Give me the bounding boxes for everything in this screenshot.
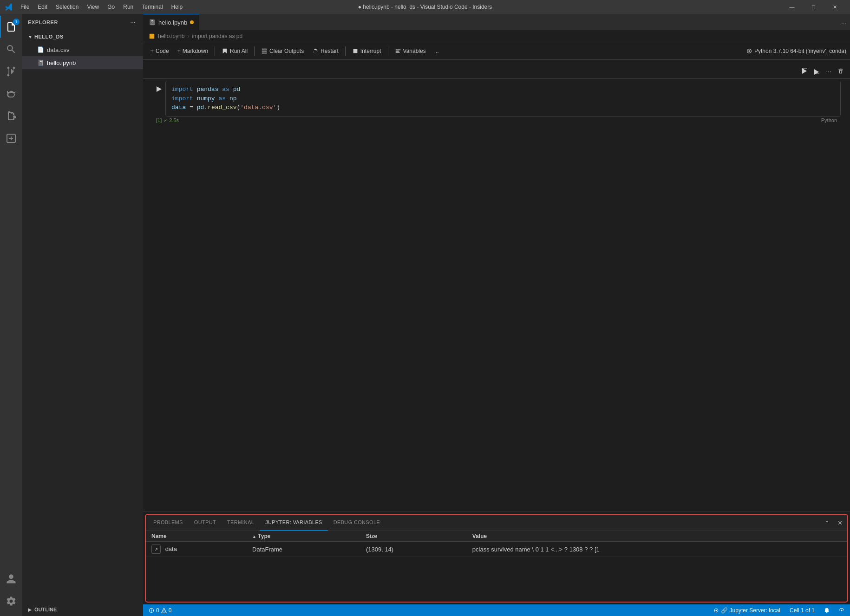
code-line-2: import numpy as np <box>171 94 835 104</box>
trash-icon <box>837 68 844 74</box>
panel-close-button[interactable]: ✕ <box>834 517 845 528</box>
run-below-cells-button[interactable] <box>811 65 822 77</box>
cell-status-row: [1] ✓ 2.5s Python <box>152 117 841 124</box>
panel-collapse-button[interactable]: ⌃ <box>821 517 832 528</box>
breadcrumb-item-code[interactable]: import pandas as pd <box>192 33 242 39</box>
toolbar-more-button[interactable]: ... <box>431 46 443 56</box>
activity-bar: 1 <box>0 14 22 616</box>
panel-tab-output[interactable]: OUTPUT <box>189 515 222 531</box>
activity-item-search[interactable] <box>0 38 22 60</box>
delete-cell-button[interactable] <box>835 65 846 77</box>
file-item-data-csv[interactable]: 📄 data.csv <box>22 43 143 56</box>
activity-item-explorer[interactable]: 1 <box>0 16 22 38</box>
main-layout: 1 <box>0 14 850 616</box>
activity-item-source-control[interactable] <box>0 60 22 83</box>
variables-icon <box>395 48 401 54</box>
table-header-row: Name ▲ Type Size Value <box>146 531 847 542</box>
panel-tab-problems[interactable]: PROBLEMS <box>148 515 189 531</box>
tab-label: hello.ipynb <box>158 19 187 26</box>
folder-item-hello-ds[interactable]: ▼ HELLO_DS <box>22 30 143 43</box>
menu-run[interactable]: Run <box>119 3 137 11</box>
breadcrumb-item-file[interactable]: hello.ipynb <box>158 33 184 39</box>
panel-tab-terminal[interactable]: TERMINAL <box>222 515 260 531</box>
menu-edit[interactable]: Edit <box>34 3 51 11</box>
account-icon <box>6 573 17 584</box>
variables-button[interactable]: Variables <box>391 46 430 56</box>
variable-size-cell: (1309, 14) <box>360 542 467 557</box>
variable-name-value: data <box>165 545 177 552</box>
value-col-label: Value <box>472 533 487 539</box>
restart-button[interactable]: Restart <box>308 46 342 56</box>
col-name-header[interactable]: Name <box>146 531 247 542</box>
svg-rect-8 <box>262 52 267 53</box>
titlebar-controls[interactable]: — ⎕ ✕ <box>781 0 845 14</box>
sidebar: Explorer ··· ▼ HELLO_DS 📄 data.csv 📓 hel… <box>22 14 143 616</box>
code-editor[interactable]: import pandas as pd import numpy as np d… <box>166 81 840 116</box>
run-cell-button[interactable] <box>152 83 165 96</box>
file-item-hello-ipynb[interactable]: 📓 hello.ipynb <box>22 56 143 69</box>
run-above-cells-button[interactable] <box>799 65 810 77</box>
window-title: ● hello.ipynb - hello_ds - Visual Studio… <box>358 4 492 10</box>
cell-position[interactable]: Cell 1 of 1 <box>788 604 817 616</box>
add-code-button[interactable]: + Code <box>147 46 173 56</box>
tabs-more-button[interactable]: ... <box>837 14 850 30</box>
folder-chevron-down-icon: ▼ <box>28 34 33 39</box>
warnings-count: 0 <box>169 607 172 614</box>
jupyter-variables-panel-highlight: PROBLEMS OUTPUT TERMINAL JUPYTER: VARIAB… <box>145 514 848 603</box>
menu-terminal[interactable]: Terminal <box>138 3 166 11</box>
explorer-badge: 1 <box>13 19 20 25</box>
run-all-label: Run All <box>230 48 248 54</box>
add-markdown-button[interactable]: + Markdown <box>174 46 212 56</box>
kernel-selector[interactable]: Python 3.7.10 64-bit ('myenv': conda) <box>746 48 846 54</box>
status-errors-warnings[interactable]: 0 0 <box>147 604 173 616</box>
sidebar-outline[interactable]: ▶ OUTLINE <box>22 603 143 616</box>
close-button[interactable]: ✕ <box>824 0 845 14</box>
clear-outputs-button[interactable]: Clear Outputs <box>257 46 307 56</box>
maximize-button[interactable]: ⎕ <box>803 0 824 14</box>
jupyter-server-status[interactable]: 🔗 Jupyter Server: local <box>712 604 782 616</box>
variable-value-cell: pclass survived name \ 0 1 1 <...> ? 130… <box>467 542 847 557</box>
svg-rect-9 <box>353 49 357 53</box>
restart-icon <box>312 48 319 54</box>
folder-name: HELLO_DS <box>34 34 64 39</box>
panel-tab-jupyter-variables[interactable]: JUPYTER: VARIABLES <box>260 515 328 531</box>
activity-item-extensions[interactable] <box>0 105 22 127</box>
editor-area: 📓 hello.ipynb ... hello.ipynb › import p… <box>143 14 850 616</box>
activity-item-remote[interactable] <box>0 127 22 149</box>
run-below-icon <box>813 67 820 75</box>
variables-data-table: Name ▲ Type Size Value <box>146 531 847 557</box>
activity-item-debug[interactable] <box>0 83 22 105</box>
broadcast-icon-button[interactable] <box>837 604 846 616</box>
jupyter-link-icon <box>713 608 719 613</box>
cell-run-number: [1] ✓ 2.5s <box>156 117 179 123</box>
restart-label: Restart <box>320 48 339 54</box>
titlebar-menu[interactable]: File Edit Selection View Go Run Terminal… <box>17 3 186 11</box>
panel-tab-debug-console[interactable]: DEBUG CONSOLE <box>328 515 386 531</box>
col-type-header[interactable]: ▲ Type <box>247 531 360 542</box>
col-size-header[interactable]: Size <box>360 531 467 542</box>
menu-file[interactable]: File <box>17 3 33 11</box>
notebook-breadcrumb-icon <box>149 33 155 39</box>
variable-link-icon[interactable]: ↗ <box>151 545 161 554</box>
tab-hello-ipynb[interactable]: 📓 hello.ipynb <box>143 14 199 30</box>
cell-body[interactable]: import pandas as pd import numpy as np d… <box>165 81 841 117</box>
activity-item-settings[interactable] <box>0 590 22 612</box>
file-name-notebook: hello.ipynb <box>47 59 76 66</box>
minimize-button[interactable]: — <box>781 0 803 14</box>
toolbar-right: Python 3.7.10 64-bit ('myenv': conda) <box>746 48 846 54</box>
col-value-header[interactable]: Value <box>467 531 847 542</box>
interrupt-button[interactable]: Interrupt <box>348 46 385 56</box>
panel: PROBLEMS OUTPUT TERMINAL JUPYTER: VARIAB… <box>143 512 850 604</box>
menu-selection[interactable]: Selection <box>52 3 82 11</box>
svg-point-16 <box>151 611 151 611</box>
activity-item-account[interactable] <box>0 568 22 590</box>
menu-help[interactable]: Help <box>168 3 187 11</box>
menu-go[interactable]: Go <box>104 3 118 11</box>
run-all-button[interactable]: Run All <box>218 46 251 56</box>
more-horiz-icon: ··· <box>826 68 831 75</box>
cell-more-actions-button[interactable]: ··· <box>823 65 834 77</box>
sidebar-actions[interactable]: ··· <box>128 18 137 27</box>
notifications-icon-button[interactable] <box>822 604 831 616</box>
menu-view[interactable]: View <box>83 3 103 11</box>
sidebar-more-button[interactable]: ··· <box>128 18 137 27</box>
